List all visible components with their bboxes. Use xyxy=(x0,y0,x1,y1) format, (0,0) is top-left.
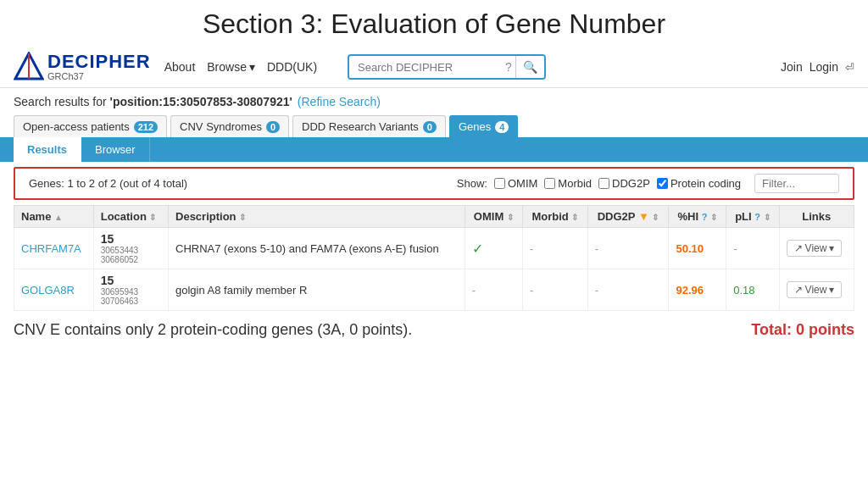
cell-pcthi-1: 50.10 xyxy=(669,228,726,269)
location-sub-1: 30653443 30686052 xyxy=(101,246,161,264)
checkbox-morbid[interactable]: Morbid xyxy=(544,177,592,190)
filter-input[interactable] xyxy=(754,174,839,193)
checkbox-protein-coding[interactable]: Protein coding xyxy=(657,177,741,190)
cell-links-2: ↗ View ▾ xyxy=(779,269,854,311)
tab-genes[interactable]: Genes 4 xyxy=(449,115,518,137)
help-icon-pli: ? xyxy=(754,212,760,222)
subtabs-row: Results Browser xyxy=(0,137,868,162)
search-box: ? 🔍 xyxy=(348,54,546,80)
morbid-dash-1: - xyxy=(530,242,533,255)
cell-morbid-2: - xyxy=(522,269,587,311)
tab-badge-open-access: 212 xyxy=(134,121,158,133)
gene-link-chrfam7a[interactable]: CHRFAM7A xyxy=(21,242,81,255)
morbid-dash-2: - xyxy=(530,284,533,297)
sort-icon-location: ⇕ xyxy=(149,213,156,222)
results-table: Name ▲ Location ⇕ Description ⇕ OMIM ⇕ M… xyxy=(14,205,854,311)
cell-location-1: 15 30653443 30686052 xyxy=(93,228,168,269)
view-button-1[interactable]: ↗ View ▾ xyxy=(787,240,843,257)
nav-ddd[interactable]: DDD(UK) xyxy=(267,60,317,74)
tab-badge-ddd: 0 xyxy=(423,121,437,133)
col-pli: pLI ? ⇕ xyxy=(726,206,779,228)
cell-ddg2p-1: - xyxy=(587,228,669,269)
help-icon-pcthi: ? xyxy=(702,212,708,222)
gene-count-text: Genes: 1 to 2 of 2 (out of 4 total) xyxy=(29,177,187,190)
search-help-button[interactable]: ? xyxy=(502,56,515,78)
col-name: Name ▲ xyxy=(14,206,94,228)
ddg2p-dash-2: - xyxy=(595,284,598,297)
view-icon-2: ↗ xyxy=(794,284,803,296)
dropdown-icon-1: ▾ xyxy=(829,242,834,254)
gene-link-golga8r[interactable]: GOLGA8R xyxy=(21,284,75,297)
tabs-row: Open-access patients 212 CNV Syndromes 0… xyxy=(0,112,868,137)
tab-cnv-syndromes[interactable]: CNV Syndromes 0 xyxy=(170,115,289,137)
nav-browse[interactable]: Browse ▾ xyxy=(207,60,255,74)
tab-badge-cnv: 0 xyxy=(266,121,280,133)
cell-name-1: CHRFAM7A xyxy=(14,228,94,269)
tab-badge-genes: 4 xyxy=(495,121,509,133)
refine-search-link[interactable]: (Refine Search) xyxy=(298,95,381,108)
subtab-browser[interactable]: Browser xyxy=(81,137,150,162)
footer-note: CNV E contains only 2 protein-coding gen… xyxy=(0,311,868,339)
cell-omim-1: ✓ xyxy=(465,228,522,269)
footer-text: CNV E contains only 2 protein-coding gen… xyxy=(14,321,412,339)
decipher-logo-icon xyxy=(14,52,44,82)
col-description: Description ⇕ xyxy=(169,206,465,228)
cell-pli-1: - xyxy=(726,228,779,269)
checkbox-ddg2p[interactable]: DDG2P xyxy=(598,177,650,190)
sort-icon-description: ⇕ xyxy=(239,213,246,222)
cell-ddg2p-2: - xyxy=(587,269,669,311)
search-prefix: Search results for xyxy=(14,95,110,108)
sort-icon-pcthi: ⇕ xyxy=(710,213,717,222)
pli-val-2: 0.18 xyxy=(733,284,754,297)
table-row: CHRFAM7A 15 30653443 30686052 CHRNA7 (ex… xyxy=(14,228,854,269)
location-main-2: 15 xyxy=(101,274,114,287)
search-icon: 🔍 xyxy=(523,60,537,74)
cell-pli-2: 0.18 xyxy=(726,269,779,311)
tab-open-access-patients[interactable]: Open-access patients 212 xyxy=(14,115,167,137)
navbar: DECIPHER GRCh37 About Browse ▾ DDD(UK) ?… xyxy=(0,47,868,88)
location-main-1: 15 xyxy=(101,232,114,246)
page-title: Section 3: Evaluation of Gene Number xyxy=(0,0,868,47)
nav-about[interactable]: About xyxy=(164,60,196,74)
show-filters: Show: OMIM Morbid DDG2P Protein coding xyxy=(457,177,741,190)
col-links: Links xyxy=(779,206,854,228)
sort-icon-ddg2p: ⇕ xyxy=(652,213,659,222)
location-sub-2: 30695943 30706463 xyxy=(101,287,161,306)
search-results-header: Search results for 'position:15:30507853… xyxy=(0,88,868,112)
logo-area: DECIPHER GRCh37 xyxy=(14,52,151,82)
logo-decipher-label: DECIPHER xyxy=(47,53,151,71)
sort-icon-omim: ⇕ xyxy=(507,213,514,222)
login-icon: ⏎ xyxy=(845,61,854,74)
gene-count-bar: Genes: 1 to 2 of 2 (out of 4 total) Show… xyxy=(14,167,854,200)
omim-check-1: ✓ xyxy=(472,241,483,256)
cell-name-2: GOLGA8R xyxy=(14,269,94,311)
subtab-results[interactable]: Results xyxy=(14,137,81,162)
search-input[interactable] xyxy=(349,57,502,78)
view-icon-1: ↗ xyxy=(794,242,803,254)
cell-morbid-1: - xyxy=(522,228,587,269)
pcthi-val-1: 50.10 xyxy=(676,242,704,255)
sort-icon-morbid: ⇕ xyxy=(571,213,578,222)
view-button-2[interactable]: ↗ View ▾ xyxy=(787,281,843,298)
col-omim: OMIM ⇕ xyxy=(465,206,522,228)
pcthi-val-2: 92.96 xyxy=(676,284,704,297)
dropdown-icon-2: ▾ xyxy=(829,284,834,296)
filter-icon-ddg2p[interactable]: ▼ xyxy=(638,210,649,223)
cell-location-2: 15 30695943 30706463 xyxy=(93,269,168,311)
nav-login[interactable]: Login xyxy=(810,60,838,74)
cell-links-1: ↗ View ▾ xyxy=(779,228,854,269)
omim-dash-2: - xyxy=(472,284,476,297)
search-submit-button[interactable]: 🔍 xyxy=(515,56,544,78)
table-row: GOLGA8R 15 30695943 30706463 golgin A8 f… xyxy=(14,269,854,311)
col-morbid: Morbid ⇕ xyxy=(522,206,587,228)
ddg2p-dash-1: - xyxy=(595,242,598,255)
checkbox-omim[interactable]: OMIM xyxy=(494,177,537,190)
logo-grch-label: GRCh37 xyxy=(47,72,151,81)
cell-omim-2: - xyxy=(465,269,522,311)
pli-dash-1: - xyxy=(733,242,737,255)
nav-join[interactable]: Join xyxy=(781,60,803,74)
nav-links: About Browse ▾ DDD(UK) xyxy=(164,60,317,74)
search-query: 'position:15:30507853-30807921' xyxy=(110,95,292,108)
col-pcthi: %HI ? ⇕ xyxy=(669,206,726,228)
tab-ddd-research-variants[interactable]: DDD Research Variants 0 xyxy=(292,115,446,137)
